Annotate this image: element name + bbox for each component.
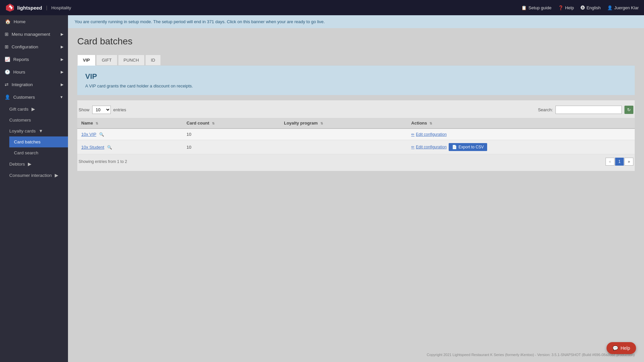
chevron-right-icon-hours: ▶: [61, 70, 63, 74]
row1-edit-config-button[interactable]: ✏Edit configuration: [411, 132, 447, 137]
refresh-button[interactable]: ↻: [624, 106, 633, 114]
sidebar-item-configuration[interactable]: ⊞ Configuration ▶: [0, 40, 68, 53]
svg-marker-0: [6, 4, 14, 12]
tab-vip[interactable]: VIP: [77, 55, 96, 66]
vip-info-description: A VIP card grants the card holder a disc…: [85, 83, 627, 88]
sort-icon-card-count: ⇅: [212, 122, 215, 125]
help-fab-button[interactable]: 💬 Help: [607, 342, 636, 354]
help-label: Help: [565, 5, 574, 10]
sidebar-card-batches-label: Card batches: [14, 139, 40, 144]
card-batches-table: Name ⇅ Card count ⇅ Loyalty program ⇅ Ac…: [77, 118, 635, 154]
tab-id[interactable]: ID: [145, 55, 161, 65]
sidebar-item-card-search[interactable]: Card search: [9, 147, 68, 158]
sidebar-item-reports[interactable]: 📈 Reports ▶: [0, 53, 68, 66]
entries-select[interactable]: 10 25 50 100: [92, 106, 111, 114]
chevron-right-icon-reports: ▶: [61, 57, 63, 62]
sidebar-gift-cards-label: Gift cards: [9, 107, 29, 112]
help-icon: ❓: [558, 5, 563, 10]
row2-loyalty-program: [280, 140, 407, 154]
hours-icon: 🕐: [5, 69, 10, 75]
sidebar-integration-label: Integration: [12, 82, 33, 87]
sidebar-hours-label: Hours: [13, 70, 25, 75]
sidebar-item-customers-sub[interactable]: Customers: [5, 115, 68, 126]
setup-guide-label: Setup guide: [528, 5, 551, 10]
pagination: « 1 »: [606, 158, 633, 166]
loyalty-cards-children: Card batches Card search: [5, 136, 68, 158]
row1-loyalty-program: [280, 129, 407, 140]
table-row: 10x VIP 🔍 10 ✏Edit configuration: [77, 129, 635, 140]
setup-banner[interactable]: You are currently running in setup mode.…: [68, 15, 644, 28]
setup-banner-text: You are currently running in setup mode.…: [75, 19, 325, 24]
card-type-tabs: VIP GIFT PUNCH ID: [77, 55, 635, 66]
setup-guide-icon: 📋: [521, 5, 527, 10]
row1-actions: ✏Edit configuration: [407, 129, 635, 140]
edit-icon: ✏: [411, 132, 415, 137]
row2-edit-config-button[interactable]: ✏Edit configuration: [411, 145, 447, 149]
sidebar-item-gift-cards[interactable]: Gift cards ▶: [5, 103, 68, 115]
sidebar-card-search-label: Card search: [14, 150, 38, 155]
col-name: Name ⇅: [77, 118, 183, 129]
page-content-area: Card batches VIP GIFT PUNCH ID VIP A VIP…: [68, 28, 644, 347]
row2-name-link[interactable]: 10x Student: [81, 145, 104, 150]
sidebar-customers-sub-label: Customers: [9, 118, 31, 123]
home-icon: 🏠: [5, 19, 11, 24]
col-card-count: Card count ⇅: [183, 118, 280, 129]
language-link[interactable]: 🅐 English: [581, 5, 601, 10]
sidebar-item-card-batches[interactable]: Card batches: [9, 136, 68, 147]
integration-icon: ⇄: [5, 82, 9, 87]
col-loyalty-program: Loyalty program ⇅: [280, 118, 407, 129]
row2-export-csv-button[interactable]: 📄Export to CSV: [449, 143, 487, 151]
logo-area: lightspeed | Hospitality: [5, 3, 71, 12]
logo-brand-label: lightspeed: [17, 5, 42, 11]
pagination-next-button[interactable]: »: [624, 158, 633, 166]
sidebar-menu-management-label: Menu management: [12, 32, 50, 37]
sidebar-item-customers-parent[interactable]: 👤 Customers ▼: [0, 91, 68, 103]
user-link[interactable]: 👤 Juergen Klar: [607, 5, 639, 10]
sidebar-item-consumer-interaction[interactable]: Consumer interaction ▶: [5, 170, 68, 181]
logo-product-label: Hospitality: [51, 5, 71, 10]
chevron-down-icon-loyalty: ▼: [39, 129, 43, 133]
row2-search-icon: 🔍: [107, 145, 112, 150]
sidebar-loyalty-cards-label: Loyalty cards: [9, 129, 36, 133]
row1-card-count: 10: [183, 129, 280, 140]
search-input[interactable]: [555, 106, 622, 114]
sidebar-item-loyalty-cards[interactable]: Loyalty cards ▼: [5, 126, 68, 136]
language-icon: 🅐: [581, 5, 585, 10]
sidebar-item-menu-management[interactable]: ⊞ Menu management ▶: [0, 28, 68, 40]
tab-punch[interactable]: PUNCH: [118, 55, 145, 65]
customers-children: Gift cards ▶ Customers Loyalty cards ▼ C…: [0, 103, 68, 181]
top-navigation: lightspeed | Hospitality 📋 Setup guide ❓…: [0, 0, 644, 15]
row1-name-link[interactable]: 10x VIP: [81, 132, 96, 137]
chevron-down-icon-customers: ▼: [60, 95, 63, 99]
pagination-prev-button[interactable]: «: [606, 158, 614, 166]
row2-card-count: 10: [183, 140, 280, 154]
sidebar-item-integration[interactable]: ⇄ Integration ▶: [0, 78, 68, 91]
sidebar-item-home[interactable]: 🏠 Home: [0, 15, 68, 28]
help-link[interactable]: ❓ Help: [558, 5, 574, 10]
user-name-label: Juergen Klar: [614, 5, 639, 10]
edit-icon-2: ✏: [411, 145, 415, 149]
showing-entries-label: Showing entries from 1 to 2: [79, 159, 127, 164]
export-icon: 📄: [452, 145, 457, 149]
tab-gift[interactable]: GIFT: [96, 55, 117, 65]
menu-management-icon: ⊞: [5, 31, 9, 37]
search-label: Search:: [538, 107, 553, 112]
row2-name: 10x Student 🔍: [77, 140, 183, 154]
show-entries-control: Show 10 25 50 100 entries: [79, 106, 126, 114]
logo-divider: |: [46, 5, 47, 10]
row2-actions-cell: ✏Edit configuration 📄Export to CSV: [411, 143, 631, 151]
user-icon: 👤: [607, 5, 612, 10]
chevron-right-icon-consumer: ▶: [55, 173, 58, 178]
sidebar-item-hours[interactable]: 🕐 Hours ▶: [0, 66, 68, 78]
chevron-right-icon: ▶: [61, 32, 63, 36]
table-controls: Show 10 25 50 100 entries Search: ↻: [77, 106, 635, 114]
row1-name: 10x VIP 🔍: [77, 129, 183, 140]
sidebar-item-debtors[interactable]: Debtors ▶: [5, 158, 68, 170]
sidebar-debtors-label: Debtors: [9, 162, 25, 167]
col-actions: Actions ⇅: [407, 118, 635, 129]
sort-icon-actions: ⇅: [429, 122, 432, 125]
configuration-icon: ⊞: [5, 44, 9, 49]
setup-guide-link[interactable]: 📋 Setup guide: [521, 5, 551, 10]
pagination-page-1-button[interactable]: 1: [615, 158, 624, 166]
sidebar-customers-parent-label: Customers: [13, 95, 35, 100]
